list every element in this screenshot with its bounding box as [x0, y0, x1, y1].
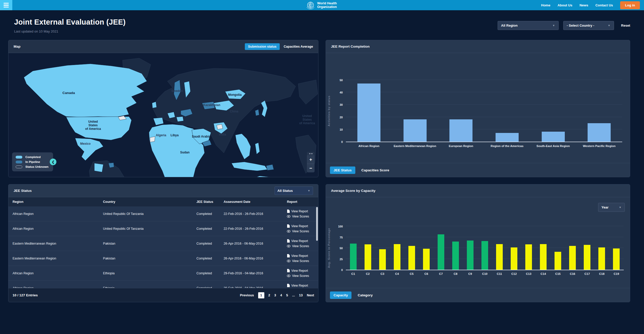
bar-C2[interactable] [365, 244, 371, 270]
bar-C11[interactable] [496, 244, 503, 270]
view-report-link[interactable]: View Report [287, 224, 314, 228]
login-button[interactable]: Log in [620, 1, 640, 9]
tab-category[interactable]: Category [354, 291, 376, 299]
pagination-page-5[interactable]: 5 [286, 293, 288, 297]
x-axis-label: Western Pacific Region [576, 144, 622, 148]
view-report-link[interactable]: View Report [287, 239, 314, 243]
tab-capacities-score[interactable]: Capacities Score [358, 166, 393, 174]
cell-country: Pakistan [103, 242, 197, 245]
bar-South-East Asia Region[interactable] [542, 132, 565, 142]
pagination-page-3[interactable]: 3 [274, 293, 276, 297]
bar-C13[interactable] [525, 244, 532, 270]
view-scores-link[interactable]: View Scores [287, 229, 314, 233]
world-map[interactable]: Canada United States of America Mexico M… [8, 53, 318, 177]
bar-column [346, 80, 392, 142]
bar-C15[interactable] [555, 252, 561, 270]
cell-jee-status: Completed [196, 242, 224, 245]
view-report-link[interactable]: View Report [287, 254, 314, 258]
nav-item-contact-us[interactable]: Contact Us [595, 3, 613, 7]
column-header-jee-status: JEE Status [196, 200, 224, 204]
bar-C5[interactable] [408, 246, 415, 270]
x-axis-label: C6 [419, 272, 434, 275]
bar-Region of the Americas[interactable] [496, 133, 519, 142]
chevron-down-icon: ▼ [308, 189, 310, 192]
pagination-page-4[interactable]: 4 [280, 293, 282, 297]
tab-jee-status[interactable]: JEE Status [330, 166, 355, 174]
cell-jee-status: Completed [196, 272, 224, 275]
map-zoom-in-button[interactable]: + [307, 155, 315, 164]
bar-C7[interactable] [438, 234, 444, 270]
bar-C16[interactable] [569, 246, 576, 270]
bar-C9[interactable] [467, 241, 474, 270]
bar-C8[interactable] [452, 242, 459, 270]
pagination-previous[interactable]: Previous [240, 293, 254, 297]
bar-C4[interactable] [394, 244, 400, 270]
country-filter-dropdown[interactable]: - Select Country - ▼ [563, 21, 614, 30]
x-axis-label: C14 [536, 272, 551, 275]
capacity-chart: Year ▼ Avg. Score in Percentage 02550751… [326, 197, 630, 288]
view-scores-link[interactable]: View Scores [287, 259, 314, 263]
eye-icon [287, 215, 290, 218]
map-panel: Map Submission status Capacities Average [8, 40, 318, 177]
pagination-page-13[interactable]: 13 [299, 293, 303, 297]
cell-assessment-date: 29-Feb-2016 - 04-Mar-2016 [224, 286, 287, 288]
nav-item-home[interactable]: Home [541, 3, 550, 7]
bar-African Region[interactable] [357, 84, 380, 142]
column-header-country: Country [103, 200, 197, 204]
nav-item-about-us[interactable]: About Us [558, 3, 572, 7]
toggle-submission-status[interactable]: Submission status [245, 43, 279, 50]
hamburger-menu-button[interactable] [0, 0, 12, 10]
cell-region: African Region [13, 227, 103, 231]
status-filter-dropdown[interactable]: All Status ▼ [275, 186, 313, 195]
bar-C12[interactable] [511, 247, 517, 270]
bar-C17[interactable] [584, 245, 590, 270]
table-scrollbar[interactable] [316, 207, 318, 241]
view-scores-link[interactable]: View Scores [287, 244, 314, 248]
capacity-panel-title: Average Score by Capacity [331, 189, 376, 193]
nav-item-news[interactable]: News [579, 3, 588, 7]
view-scores-link[interactable]: View Scores [287, 215, 314, 218]
bar-column [392, 80, 438, 142]
map-label-canada: Canada [63, 91, 75, 95]
map-zoom-control: + − [307, 152, 315, 172]
document-icon [287, 239, 290, 243]
view-report-link[interactable]: View Report [287, 284, 314, 287]
bar-C10[interactable] [481, 241, 488, 270]
year-filter-dropdown[interactable]: Year ▼ [598, 203, 625, 212]
bar-Western Pacific Region[interactable] [588, 123, 611, 142]
bars-container [346, 226, 624, 270]
bar-C14[interactable] [540, 244, 547, 270]
completion-chart-ylabel: Activities by status [327, 95, 330, 126]
pagination-page-2[interactable]: 2 [268, 293, 270, 297]
y-axis-tick: 50 [333, 247, 343, 250]
bar-C3[interactable] [379, 249, 386, 270]
reset-button[interactable]: Reset [621, 24, 630, 27]
cell-assessment-date: 26-Apr-2016 - 06-May-2016 [224, 257, 287, 260]
cell-country: Ethiopia [103, 286, 197, 288]
view-scores-link[interactable]: View Scores [287, 274, 314, 278]
pagination-page-1[interactable]: 1 [258, 292, 264, 298]
table-footer: 10 / 127 Entries Previous 12345...13 Nex… [8, 288, 318, 302]
toggle-capacities-average[interactable]: Capacities Average [284, 45, 313, 48]
top-navigation: Home About Us News Contact Us Log in [541, 1, 644, 9]
capacity-tabs: Capacity Category [326, 288, 630, 302]
bar-European Region[interactable] [449, 119, 472, 142]
pagination-next[interactable]: Next [307, 293, 314, 297]
tab-capacity[interactable]: Capacity [330, 291, 351, 299]
pagination-ellipsis: ... [292, 293, 295, 297]
bar-Eastern Mediterranean Region[interactable] [404, 119, 427, 142]
bar-C6[interactable] [423, 249, 430, 270]
view-report-link[interactable]: View Report [287, 210, 314, 213]
bar-C18[interactable] [598, 247, 605, 270]
cell-region: Eastern Mediterranean Region [13, 242, 103, 245]
cell-country: United Republic Of Tanzania [103, 227, 197, 231]
cell-assessment-date: 29-Feb-2016 - 04-Mar-2016 [224, 272, 287, 275]
map-zoom-out-button[interactable]: − [307, 164, 315, 172]
cell-report: View ReportView Scores [287, 239, 314, 248]
table-row: African RegionEthiopiaCompleted29-Feb-20… [8, 266, 318, 281]
region-filter-dropdown[interactable]: All Region ▼ [498, 21, 559, 30]
bar-C1[interactable] [350, 244, 357, 270]
legend-collapse-button[interactable]: ❮ [50, 159, 56, 165]
view-report-link[interactable]: View Report [287, 269, 314, 273]
bar-C19[interactable] [613, 248, 620, 270]
